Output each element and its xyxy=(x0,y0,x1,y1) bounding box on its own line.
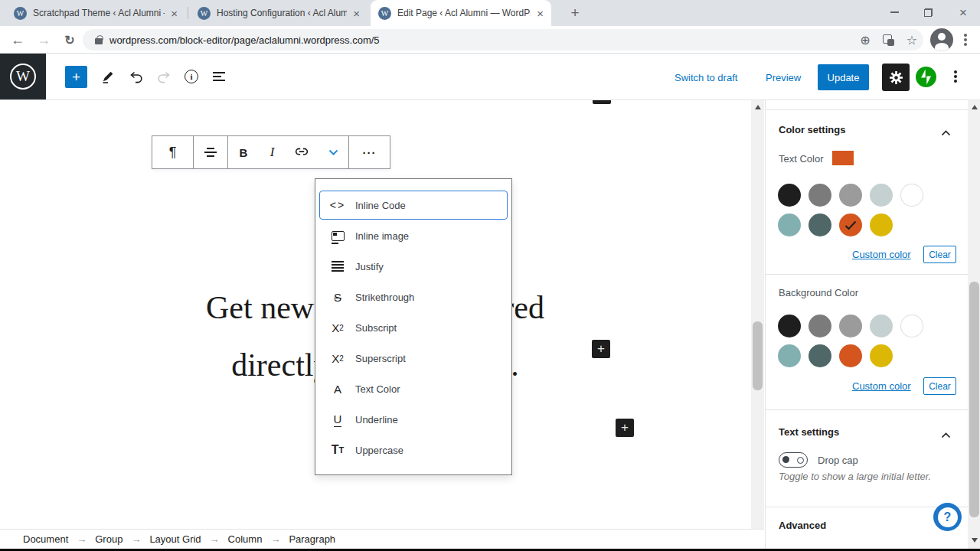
color-swatch-pale-blue[interactable] xyxy=(870,184,893,207)
color-swatch-dark-teal[interactable] xyxy=(808,344,831,367)
preview-link[interactable]: Preview xyxy=(766,72,801,83)
switch-to-draft-link[interactable]: Switch to draft xyxy=(675,72,737,83)
advanced-section-title[interactable]: Advanced xyxy=(779,520,826,531)
color-swatch-teal[interactable] xyxy=(778,214,801,236)
tab-edit-page-active[interactable]: W Edit Page ‹ Acl Alumni — WordPr × xyxy=(371,0,551,26)
canvas-scrollbar[interactable] xyxy=(751,100,764,549)
undo-button[interactable] xyxy=(122,63,150,90)
add-block-button[interactable]: + xyxy=(592,340,610,358)
color-swatch-dark-gray[interactable] xyxy=(808,315,831,337)
update-button[interactable]: Update xyxy=(818,64,869,90)
breadcrumb-column[interactable]: Column xyxy=(228,533,263,545)
scroll-down-icon[interactable] xyxy=(972,538,978,543)
ellipsis-icon: ··· xyxy=(363,146,377,159)
add-block-button[interactable]: + xyxy=(616,419,634,437)
color-swatch-gold[interactable] xyxy=(870,344,893,367)
close-tab-icon[interactable]: × xyxy=(537,8,544,19)
list-view-button[interactable] xyxy=(205,63,233,90)
menu-item-text-color[interactable]: A Text Color xyxy=(315,373,511,404)
color-swatch-orange[interactable] xyxy=(839,344,862,367)
more-rich-text-options-button[interactable] xyxy=(318,136,348,168)
menu-item-strikethrough[interactable]: S Strikethrough xyxy=(315,282,511,312)
italic-button[interactable]: I xyxy=(259,136,286,168)
block-options-button[interactable]: ··· xyxy=(349,136,390,168)
url-input[interactable]: wordpress.com/block-editor/page/aclalumn… xyxy=(83,29,923,51)
menu-item-uppercase[interactable]: TT Uppercase xyxy=(315,435,511,465)
tab-hosting-configuration[interactable]: W Hosting Configuration ‹ Acl Alum × xyxy=(190,0,368,26)
block-inserter-button[interactable]: + xyxy=(65,66,87,88)
restore-window-button[interactable] xyxy=(911,0,945,24)
edit-mode-button[interactable] xyxy=(94,63,122,90)
color-swatch-gold[interactable] xyxy=(870,214,893,236)
close-tab-icon[interactable]: × xyxy=(171,8,178,19)
color-swatch-white[interactable] xyxy=(900,315,923,337)
menu-item-justify[interactable]: Justify xyxy=(315,251,511,282)
color-swatch-dark-teal[interactable] xyxy=(808,214,831,236)
breadcrumb-group[interactable]: Group xyxy=(95,533,122,545)
paragraph-block-button[interactable]: ¶ xyxy=(152,136,193,168)
link-button[interactable] xyxy=(286,136,318,168)
list-view-icon xyxy=(213,72,225,81)
tab-title: Hosting Configuration ‹ Acl Alum xyxy=(217,8,347,18)
clear-color-button[interactable]: Clear xyxy=(923,377,956,395)
scrollbar-thumb[interactable] xyxy=(753,321,763,390)
lock-icon[interactable] xyxy=(95,38,103,44)
drop-cap-toggle[interactable] xyxy=(779,452,808,468)
color-swatch-pale-blue[interactable] xyxy=(870,315,893,337)
new-tab-button[interactable]: + xyxy=(565,3,585,23)
color-swatch-white[interactable] xyxy=(900,184,923,207)
browser-profile-avatar[interactable] xyxy=(930,28,953,51)
menu-item-underline[interactable]: U Underline xyxy=(315,404,511,435)
tab-scratchpad-theme[interactable]: W Scratchpad Theme ‹ Acl Alumni – × xyxy=(6,0,185,26)
breadcrumb-paragraph[interactable]: Paragraph xyxy=(289,533,335,545)
help-button[interactable]: ? xyxy=(933,503,962,531)
circle-plus-icon[interactable]: ⊕ xyxy=(860,33,870,47)
back-button[interactable]: ← xyxy=(6,26,29,54)
menu-item-subscript[interactable]: X2 Subscript xyxy=(315,312,511,343)
breadcrumb-layout-grid[interactable]: Layout Grid xyxy=(149,533,201,545)
color-swatch-dark-gray[interactable] xyxy=(808,184,831,207)
forward-button[interactable]: → xyxy=(32,26,55,54)
uppercase-icon: TT xyxy=(328,443,348,457)
editor-options-button[interactable] xyxy=(942,63,969,90)
block-inserter-partial[interactable] xyxy=(593,100,611,104)
link-icon xyxy=(293,144,310,161)
color-swatch-black[interactable] xyxy=(778,315,801,337)
translate-icon[interactable] xyxy=(883,34,894,46)
editor-header: W + i Switch to draft Preview Update xyxy=(0,54,980,100)
color-swatch-teal[interactable] xyxy=(778,344,801,367)
close-window-button[interactable]: × xyxy=(946,0,980,24)
sidebar-scrollbar[interactable] xyxy=(968,100,980,549)
color-swatch-gray[interactable] xyxy=(839,315,862,337)
jetpack-button[interactable] xyxy=(916,67,936,90)
minimize-window-button[interactable] xyxy=(877,0,911,24)
menu-item-inline-image[interactable]: Inline image xyxy=(315,220,511,251)
menu-item-superscript[interactable]: X2 Superscript xyxy=(315,343,511,373)
bookmark-star-icon[interactable]: ☆ xyxy=(906,33,917,47)
browser-menu-button[interactable] xyxy=(954,26,977,54)
bold-button[interactable]: B xyxy=(228,136,259,168)
wordpress-logo[interactable]: W xyxy=(0,54,46,99)
align-text-button[interactable] xyxy=(194,136,227,168)
color-swatch-black[interactable] xyxy=(778,184,801,207)
custom-color-link[interactable]: Custom color xyxy=(852,380,911,392)
close-tab-icon[interactable]: × xyxy=(353,8,360,19)
collapse-text-settings-button[interactable] xyxy=(941,428,951,442)
clear-color-button[interactable]: Clear xyxy=(923,246,956,263)
wordpress-favicon-icon: W xyxy=(198,7,211,20)
minimize-icon xyxy=(890,11,899,13)
tab-separator xyxy=(188,7,188,19)
breadcrumb-document[interactable]: Document xyxy=(23,533,68,545)
color-swatch-orange-selected[interactable] xyxy=(839,214,862,236)
refresh-button[interactable]: ↻ xyxy=(58,26,81,54)
scrollbar-thumb[interactable] xyxy=(969,282,979,517)
color-swatch-gray[interactable] xyxy=(839,184,862,207)
details-button[interactable]: i xyxy=(178,63,205,90)
custom-color-link[interactable]: Custom color xyxy=(852,249,911,260)
menu-item-inline-code[interactable]: <> Inline Code xyxy=(315,190,511,220)
collapse-color-settings-button[interactable] xyxy=(941,126,951,139)
redo-button[interactable] xyxy=(150,63,178,90)
scroll-up-icon[interactable] xyxy=(972,105,978,109)
scroll-up-icon[interactable] xyxy=(755,105,761,109)
settings-button[interactable] xyxy=(882,64,910,91)
